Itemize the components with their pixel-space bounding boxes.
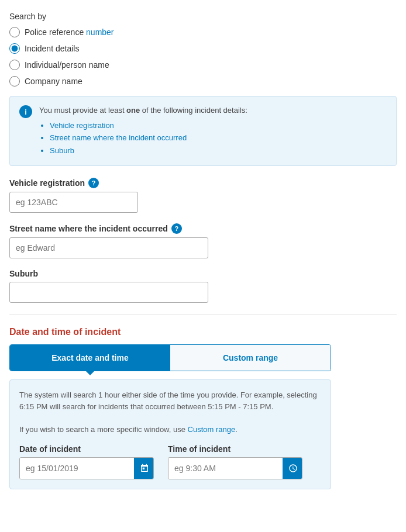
radio-company-name-label: Company name bbox=[25, 77, 82, 86]
vehicle-registration-field-group: Vehicle registration ? bbox=[9, 178, 397, 213]
radio-company-name-input[interactable] bbox=[9, 76, 20, 87]
time-of-incident-field: Time of incident bbox=[168, 444, 302, 479]
tab-description: The system will search 1 hour either sid… bbox=[19, 389, 321, 435]
info-list-item: Suburb bbox=[50, 145, 247, 157]
search-by-label: Search by bbox=[9, 12, 397, 21]
info-list-item: Street name where the incident occurred bbox=[50, 132, 247, 144]
date-picker-button[interactable] bbox=[134, 458, 154, 479]
radio-incident-details[interactable]: Incident details bbox=[9, 43, 397, 54]
search-by-radio-group: Police reference number Incident details… bbox=[9, 27, 397, 87]
radio-person-name-input[interactable] bbox=[9, 60, 20, 70]
section-divider bbox=[9, 315, 397, 315]
date-time-row: Date of incident Time of incident bbox=[19, 444, 321, 479]
police-ref-highlight: number bbox=[86, 27, 113, 37]
info-box: i You must provide at least one of the f… bbox=[9, 96, 397, 166]
street-name-label-text: Street name where the incident occurred bbox=[9, 224, 168, 233]
vehicle-registration-label-text: Vehicle registration bbox=[9, 178, 85, 188]
time-of-incident-input[interactable] bbox=[168, 458, 283, 479]
date-time-title: Date and time of incident bbox=[9, 327, 397, 337]
info-icon: i bbox=[19, 105, 32, 118]
tab-content-exact: The system will search 1 hour either sid… bbox=[9, 379, 331, 489]
tab-desc-line1: The system will search 1 hour either sid… bbox=[19, 389, 321, 412]
radio-police-ref-input[interactable] bbox=[9, 27, 20, 37]
vehicle-registration-input[interactable] bbox=[9, 192, 138, 213]
radio-person-name-label: Individual/person name bbox=[25, 60, 109, 70]
suburb-label-text: Suburb bbox=[9, 269, 38, 278]
info-list-item: Vehicle registration bbox=[50, 120, 247, 132]
info-text-bold: one bbox=[126, 106, 140, 115]
info-text: You must provide at least one of the fol… bbox=[39, 105, 247, 157]
tab-exact-date-time[interactable]: Exact date and time bbox=[10, 345, 170, 371]
date-time-tabs: Exact date and time Custom range bbox=[9, 344, 331, 371]
time-picker-button[interactable] bbox=[283, 458, 302, 479]
date-time-section: Date and time of incident Exact date and… bbox=[9, 327, 397, 489]
radio-company-name[interactable]: Company name bbox=[9, 76, 397, 87]
street-name-help-icon[interactable]: ? bbox=[171, 223, 182, 234]
vehicle-registration-label: Vehicle registration ? bbox=[9, 178, 397, 188]
vehicle-registration-help-icon[interactable]: ? bbox=[88, 178, 99, 188]
time-of-incident-label: Time of incident bbox=[168, 444, 302, 454]
date-of-incident-input-wrapper bbox=[19, 457, 154, 479]
time-of-incident-input-wrapper bbox=[168, 457, 302, 479]
info-text-after: of the following incident details: bbox=[140, 106, 247, 115]
street-name-label: Street name where the incident occurred … bbox=[9, 223, 397, 234]
date-of-incident-field: Date of incident bbox=[19, 444, 154, 479]
date-of-incident-label: Date of incident bbox=[19, 444, 154, 454]
street-name-field-group: Street name where the incident occurred … bbox=[9, 223, 397, 258]
suburb-input[interactable] bbox=[9, 282, 208, 303]
clock-icon bbox=[288, 464, 298, 473]
tab-custom-range[interactable]: Custom range bbox=[170, 345, 331, 371]
radio-police-ref[interactable]: Police reference number bbox=[9, 27, 397, 37]
radio-incident-details-input[interactable] bbox=[9, 43, 20, 54]
suburb-field-group: Suburb bbox=[9, 269, 397, 303]
info-text-before: You must provide at least bbox=[39, 106, 126, 115]
suburb-label: Suburb bbox=[9, 269, 397, 278]
calendar-icon bbox=[140, 464, 149, 473]
radio-incident-details-label: Incident details bbox=[25, 44, 79, 53]
custom-range-link[interactable]: Custom range bbox=[188, 425, 236, 434]
radio-police-ref-label: Police reference number bbox=[25, 27, 114, 37]
info-list: Vehicle registration Street name where t… bbox=[39, 120, 247, 157]
tab-desc-line2: If you wish to search a more specific wi… bbox=[19, 424, 321, 436]
date-of-incident-input[interactable] bbox=[20, 458, 134, 479]
radio-person-name[interactable]: Individual/person name bbox=[9, 60, 397, 70]
street-name-input[interactable] bbox=[9, 237, 208, 258]
